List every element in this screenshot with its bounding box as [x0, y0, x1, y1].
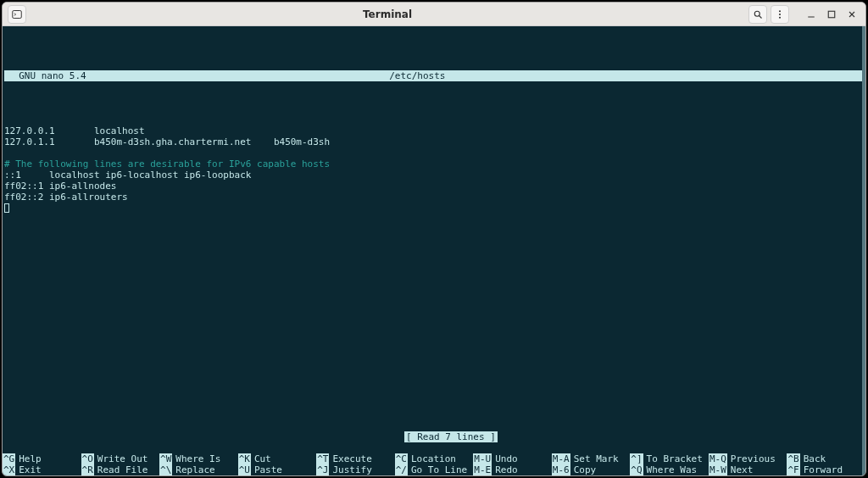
shortcut-label: Location: [411, 453, 456, 464]
minimize-icon: [806, 9, 816, 19]
shortcut-label: Justify: [332, 464, 371, 475]
shortcut-label: Redo: [495, 464, 518, 475]
shortcut: ^UPaste: [238, 464, 314, 475]
shortcut-key: ^C: [395, 453, 408, 464]
nano-status-line: [ Read 7 lines ]: [3, 420, 865, 453]
minimize-button[interactable]: [803, 6, 820, 23]
file-line: ::1 localhost ip6-localhost ip6-loopback: [4, 170, 251, 181]
shortcut: ^OWrite Out: [81, 453, 157, 464]
maximize-button[interactable]: [823, 6, 840, 23]
shortcut-label: Paste: [254, 464, 282, 475]
shortcut-key: M-E: [473, 464, 492, 475]
shortcut-label: Read File: [97, 464, 148, 475]
search-button[interactable]: [748, 5, 767, 24]
shortcut-key: ^W: [159, 453, 172, 464]
maximize-icon: [826, 9, 837, 19]
shortcut-label: Forward: [804, 464, 843, 475]
svg-point-3: [779, 10, 781, 12]
shortcut: ^/Go To Line: [395, 464, 470, 475]
terminal-icon: [12, 9, 22, 19]
shortcut-key: ^Q: [630, 464, 643, 475]
shortcut-key: M-W: [709, 464, 727, 475]
shortcut: M-QPrevious: [709, 453, 784, 464]
shortcut-key: ^U: [238, 464, 251, 475]
shortcut-label: Set Mark: [574, 453, 619, 464]
svg-point-4: [779, 13, 781, 14]
shortcut-label: To Bracket: [647, 453, 703, 464]
file-line: 127.0.0.1 localhost: [4, 125, 145, 136]
shortcut: M-UUndo: [473, 453, 548, 464]
file-content: 127.0.0.1 localhost 127.0.1.1 b450m-d3sh…: [4, 114, 864, 214]
file-line: ff02::1 ip6-allnodes: [4, 181, 116, 192]
shortcut: ^RRead File: [81, 464, 157, 475]
shortcut-key: ^X: [3, 464, 15, 475]
shortcut: ^FForward: [787, 464, 862, 475]
shortcut-key: ^\: [159, 464, 172, 475]
nano-shortcuts: ^GHelp ^XExit ^OWrite Out ^RRead File ^W…: [3, 453, 862, 475]
shortcut-key: ^G: [3, 453, 15, 464]
cursor: [4, 203, 9, 213]
shortcut: ^CLocation: [395, 453, 470, 464]
shortcut-label: Undo: [495, 453, 518, 464]
nano-header-pad: [745, 70, 864, 81]
kebab-icon: [775, 9, 785, 19]
shortcut-key: M-A: [552, 453, 570, 464]
terminal-area[interactable]: GNU nano 5.4 /etc/hosts 127.0.0.1 localh…: [3, 26, 865, 475]
svg-rect-0: [13, 10, 22, 18]
shortcut-key: ^B: [787, 453, 799, 464]
shortcut: M-ASet Mark: [552, 453, 627, 464]
shortcut-key: ^T: [316, 453, 329, 464]
shortcut-label: Exit: [19, 464, 42, 475]
shortcut-key: ^J: [316, 464, 329, 475]
app-icon-button[interactable]: [8, 5, 26, 24]
shortcut: ^\Replace: [159, 464, 235, 475]
shortcut-label: Previous: [731, 453, 776, 464]
shortcut: ^KCut: [238, 453, 314, 464]
shortcut: ^XExit: [3, 464, 78, 475]
titlebar: Terminal: [3, 3, 865, 26]
svg-point-5: [779, 16, 781, 18]
window-title: Terminal: [31, 8, 743, 20]
shortcut: ^QWhere Was: [630, 464, 705, 475]
svg-line-2: [760, 15, 762, 18]
close-button[interactable]: [843, 6, 860, 23]
shortcut: M-WNext: [709, 464, 784, 475]
shortcut: ^WWhere Is: [159, 453, 235, 464]
shortcut-label: Copy: [574, 464, 597, 475]
scrollbar[interactable]: [862, 26, 865, 475]
shortcut: ^BBack: [787, 453, 862, 464]
shortcut-key: ^O: [81, 453, 94, 464]
file-line: 127.0.1.1 b450m-d3sh.gha.chartermi.net b…: [4, 136, 330, 147]
shortcut-key: ^F: [787, 464, 799, 475]
search-icon: [753, 9, 763, 19]
nano-status-text: [ Read 7 lines ]: [404, 431, 498, 442]
svg-point-1: [754, 11, 760, 16]
shortcut-key: ^]: [630, 453, 643, 464]
shortcut: ^JJustify: [316, 464, 392, 475]
menu-button[interactable]: [771, 5, 789, 24]
shortcut-key: ^/: [395, 464, 408, 475]
nano-header: GNU nano 5.4 /etc/hosts: [4, 70, 864, 81]
shortcut-label: Execute: [332, 453, 371, 464]
close-icon: [847, 9, 857, 19]
shortcut: ^]To Bracket: [630, 453, 705, 464]
shortcut-key: ^K: [238, 453, 251, 464]
shortcut-label: Where Is: [175, 453, 220, 464]
shortcut-key: ^R: [81, 464, 94, 475]
shortcut-label: Back: [804, 453, 826, 464]
shortcut-key: M-U: [473, 453, 492, 464]
file-line-comment: # The following lines are desirable for …: [4, 158, 330, 170]
shortcut-label: Replace: [175, 464, 214, 475]
shortcut-label: Cut: [254, 453, 271, 464]
shortcut-key: M-6: [552, 464, 570, 475]
shortcut-label: Help: [19, 453, 42, 464]
shortcut: M-6Copy: [552, 464, 627, 475]
shortcut-label: Write Out: [97, 453, 148, 464]
shortcut: ^TExecute: [316, 453, 392, 464]
shortcut-label: Next: [731, 464, 754, 475]
nano-version: GNU nano 5.4: [4, 70, 90, 81]
svg-rect-7: [828, 11, 835, 18]
terminal-window: Terminal: [2, 2, 866, 476]
shortcut: ^GHelp: [3, 453, 78, 464]
shortcut-label: Go To Line: [411, 464, 467, 475]
